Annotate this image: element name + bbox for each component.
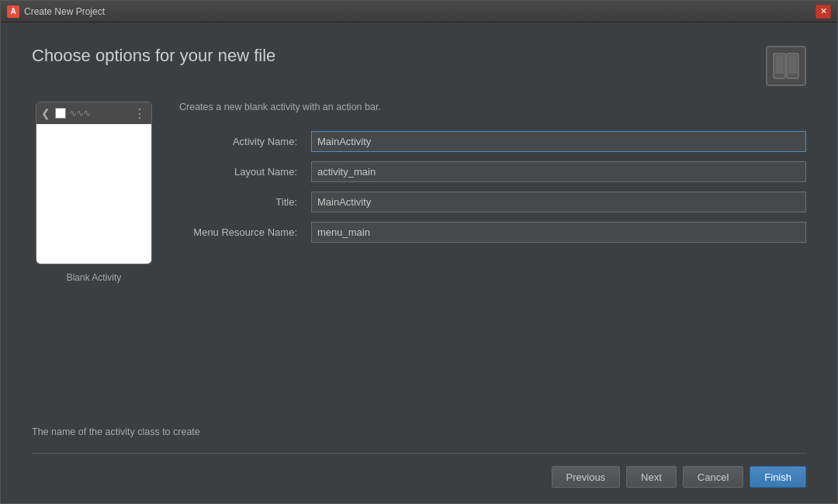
layout-name-label: Layout Name:: [179, 166, 303, 178]
close-button[interactable]: ✕: [815, 5, 831, 19]
page-header: Choose options for your new file: [32, 46, 806, 86]
hint-text: The name of the activity class to create: [32, 426, 806, 437]
back-icon: ❮: [41, 107, 50, 119]
page-title: Choose options for your new file: [32, 46, 275, 66]
description-text: Creates a new blank activity with an act…: [179, 102, 806, 112]
main-window: A Create New Project ✕ Choose options fo…: [0, 0, 838, 504]
title-input[interactable]: [311, 192, 806, 212]
menu-resource-input[interactable]: [311, 222, 806, 243]
dialog-content: Choose options for your new file ❮ ∿∿∿: [1, 22, 837, 503]
next-button[interactable]: Next: [626, 466, 677, 488]
svg-rect-3: [788, 55, 797, 74]
squiggle-icon: ∿∿∿: [69, 108, 90, 119]
bottom-area: The name of the activity class to create…: [32, 411, 806, 488]
title-bar: A Create New Project ✕: [1, 1, 837, 22]
layout-name-input[interactable]: [311, 161, 806, 182]
menu-resource-label: Menu Resource Name:: [179, 226, 303, 238]
finish-button[interactable]: Finish: [750, 466, 806, 488]
activity-name-input[interactable]: [311, 131, 806, 152]
phone-toolbar: ❮ ∿∿∿ ⋮: [36, 102, 151, 124]
phone-screen: [36, 124, 151, 264]
title-label: Title:: [179, 196, 303, 208]
divider: [32, 453, 806, 454]
toolbar-square: [55, 108, 66, 119]
android-studio-icon: [766, 46, 806, 86]
previous-button[interactable]: Previous: [552, 466, 621, 488]
cancel-button[interactable]: Cancel: [683, 466, 743, 488]
svg-rect-1: [775, 55, 784, 74]
button-row: Previous Next Cancel Finish: [32, 466, 806, 488]
app-icon: A: [7, 5, 19, 18]
activity-name-label: Activity Name:: [179, 136, 303, 147]
preview-section: ❮ ∿∿∿ ⋮ Blank Activity: [32, 102, 156, 411]
form-section: Creates a new blank activity with an act…: [179, 102, 806, 411]
phone-mockup: ❮ ∿∿∿ ⋮: [36, 102, 152, 264]
form-grid: Activity Name: Layout Name: Title: Menu …: [179, 131, 806, 243]
title-bar-text: Create New Project: [24, 6, 815, 17]
preview-label: Blank Activity: [67, 272, 122, 283]
icon-svg: [772, 52, 800, 80]
overflow-icon: ⋮: [133, 106, 147, 121]
main-area: ❮ ∿∿∿ ⋮ Blank Activity Creates a new bla…: [32, 102, 806, 411]
